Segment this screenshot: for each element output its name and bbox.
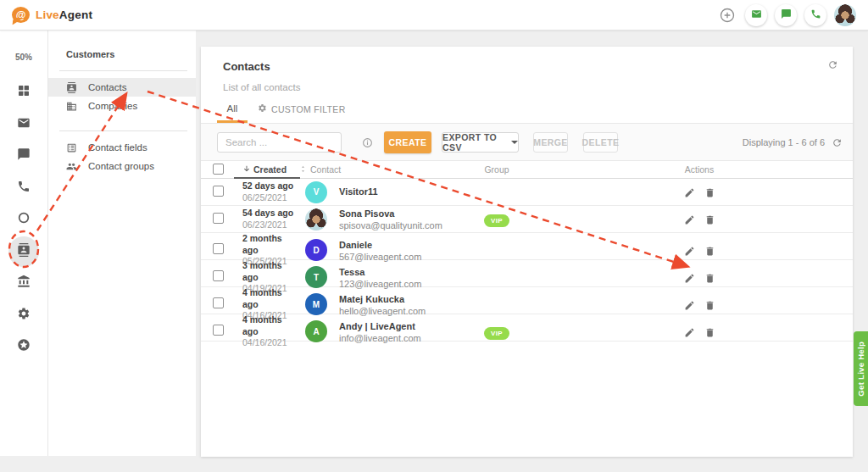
contact-email: 567@liveagent.com	[339, 252, 421, 262]
iconbar-item-status-ring[interactable]	[8, 204, 39, 235]
edit-icon[interactable]	[684, 299, 695, 310]
iconbar-item-email[interactable]	[8, 109, 39, 140]
column-created[interactable]: Created	[236, 161, 299, 178]
delete-icon[interactable]	[704, 272, 715, 283]
chat-icon	[781, 8, 792, 23]
refresh-icon[interactable]	[827, 58, 839, 70]
chevron-down-icon	[511, 141, 518, 144]
addons-icon	[17, 338, 31, 355]
top-header: @ LiveAgent	[0, 0, 868, 31]
iconbar-item-chat[interactable]	[8, 141, 39, 171]
call-icon	[17, 180, 31, 197]
email-icon	[17, 116, 31, 133]
edit-icon[interactable]	[684, 186, 695, 197]
dashboard-icon	[17, 84, 31, 101]
row-checkbox[interactable]	[213, 213, 224, 224]
merge-button[interactable]: MERGE	[533, 132, 568, 153]
contact-fields-icon	[66, 142, 77, 153]
create-button[interactable]: CREATE	[384, 131, 431, 153]
sidebar-item-contact-fields[interactable]: Contact fields	[48, 138, 196, 157]
created-relative: 3 months ago	[242, 260, 299, 283]
created-date: 04/16/2021	[242, 337, 299, 349]
edit-icon[interactable]	[684, 245, 695, 256]
brand-name: LiveAgent	[36, 8, 92, 21]
iconbar-item-contacts[interactable]	[8, 236, 39, 267]
filter-tabs: All CUSTOM FILTER	[201, 92, 853, 124]
edit-icon[interactable]	[684, 272, 695, 283]
refresh-list-icon[interactable]	[832, 136, 843, 147]
contact-avatar	[305, 208, 327, 230]
sidebar-item-label: Contact groups	[88, 161, 154, 171]
live-help-label: Get Live Help	[856, 342, 865, 397]
delete-icon[interactable]	[704, 326, 715, 337]
edit-icon[interactable]	[684, 214, 695, 225]
table-header: Created Contact Group Actions	[201, 161, 853, 179]
divider	[59, 130, 187, 131]
select-all-checkbox[interactable]	[213, 164, 224, 175]
iconbar-item-dashboard[interactable]	[8, 77, 39, 108]
edit-icon[interactable]	[684, 326, 695, 337]
tab-label: CUSTOM FILTER	[271, 104, 346, 114]
delete-icon[interactable]	[704, 299, 715, 310]
tab-all[interactable]: All	[217, 103, 248, 123]
delete-icon[interactable]	[704, 186, 715, 197]
delete-icon[interactable]	[704, 245, 715, 256]
delete-button[interactable]: DELETE	[583, 132, 618, 153]
companies-icon	[66, 101, 77, 112]
created-date: 06/23/2021	[242, 219, 299, 231]
sidebar-title: Customers	[48, 49, 196, 59]
export-to-csv-button[interactable]: EXPORT TO CSV	[442, 132, 519, 153]
search-input[interactable]	[217, 132, 342, 153]
contacts-icon	[17, 243, 31, 260]
created-relative: 52 days ago	[242, 180, 299, 192]
user-avatar[interactable]	[834, 4, 856, 26]
created-relative: 4 months ago	[242, 287, 299, 310]
custom-filter-icon	[258, 103, 267, 114]
contact-email: hello@liveagent.com	[339, 306, 426, 316]
contact-avatar: A	[305, 320, 327, 342]
table-row: 2 months ago05/25/2021DDaniele567@liveag…	[201, 233, 853, 260]
contact-avatar: M	[305, 293, 327, 315]
new-chat-button[interactable]	[775, 4, 797, 26]
delete-icon[interactable]	[704, 214, 715, 225]
contact-email: 123@liveagent.com	[339, 279, 421, 289]
table-row: 54 days ago06/23/2021Sona Pisovaspisova@…	[201, 206, 853, 233]
row-checkbox[interactable]	[213, 186, 224, 197]
billing-icon	[17, 275, 31, 292]
page-subtitle: List of all contacts	[223, 82, 837, 92]
column-contact[interactable]: Contact	[299, 164, 447, 175]
contact-name[interactable]: Tessa	[339, 266, 421, 279]
row-checkbox[interactable]	[213, 270, 224, 281]
row-checkbox[interactable]	[213, 325, 224, 336]
iconbar-item-call[interactable]	[8, 173, 39, 203]
sidebar-item-contact-groups[interactable]: Contact groups	[48, 157, 196, 175]
email-icon	[751, 8, 762, 23]
sidebar-item-companies[interactable]: Companies	[48, 97, 196, 115]
contact-groups-icon	[66, 161, 77, 172]
tab-custom-filter[interactable]: CUSTOM FILTER	[258, 103, 346, 123]
contact-avatar: D	[305, 239, 327, 261]
page-title: Contacts	[223, 60, 837, 73]
table-row: 52 days ago06/25/2021VVisitor11	[201, 179, 853, 206]
contact-name[interactable]: Andy | LiveAgent	[339, 320, 421, 333]
created-date: 06/25/2021	[242, 192, 299, 204]
left-icon-bar: 50%	[0, 31, 48, 456]
iconbar-item-billing[interactable]	[8, 268, 39, 298]
contact-name[interactable]: Sona Pisova	[339, 208, 442, 220]
row-checkbox[interactable]	[213, 297, 224, 308]
contact-email: spisova@qualityunit.com	[339, 220, 442, 230]
iconbar-item-addons[interactable]	[8, 331, 39, 362]
info-icon[interactable]	[362, 136, 373, 147]
add-circle-icon[interactable]	[719, 7, 736, 24]
get-live-help-tab[interactable]: Get Live Help	[854, 331, 868, 406]
row-checkbox[interactable]	[213, 243, 224, 254]
new-email-button[interactable]	[745, 4, 767, 26]
new-call-button[interactable]	[804, 4, 826, 26]
table-body: 52 days ago06/25/2021VVisitor1154 days a…	[201, 179, 853, 342]
contact-name[interactable]: Visitor11	[339, 186, 378, 198]
sort-desc-icon	[242, 164, 251, 175]
iconbar-item-settings[interactable]	[8, 300, 39, 330]
contact-name[interactable]: Matej Kukucka	[339, 293, 426, 306]
contact-name[interactable]: Daniele	[339, 239, 421, 252]
sidebar-item-contacts[interactable]: Contacts	[48, 78, 196, 97]
